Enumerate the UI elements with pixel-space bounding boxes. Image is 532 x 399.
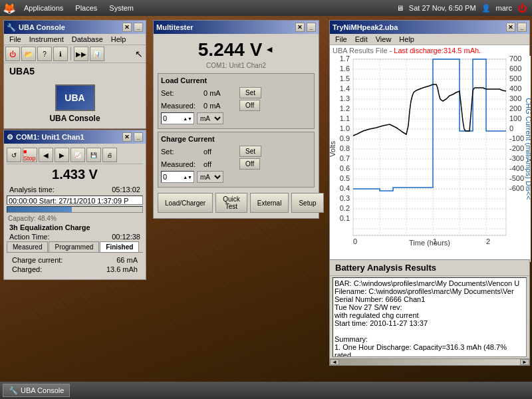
scroll-right-btn[interactable]: ► [520, 359, 529, 365]
instrument-menu[interactable]: Instrument [25, 35, 68, 44]
setup-btn[interactable]: Setup [291, 193, 323, 213]
svg-text:-400: -400 [509, 164, 524, 172]
svg-text:1: 1 [433, 237, 437, 245]
uba-console-titlebar: 🔧 UBA Console ✕ _ [4, 21, 146, 34]
charge-set-btn[interactable]: Set [239, 146, 261, 157]
charge-off-btn[interactable]: Off [239, 158, 260, 170]
step-back-btn[interactable]: ◀ [39, 148, 53, 162]
svg-text:700: 700 [509, 56, 521, 63]
uba-toolbar: ⏻ 📂 ? ℹ ▶▶ 📊 ↖ [4, 45, 146, 63]
graph-menubar: File Edit View Help [330, 34, 529, 45]
uba-id: UBA5 [9, 66, 35, 76]
clock: Sat 27 Nov, 6:50 PM [409, 4, 476, 12]
graph-toolbar-btn[interactable]: 📊 [90, 47, 104, 61]
toolbar-separator [70, 47, 71, 61]
minimize-button[interactable]: _ [134, 23, 143, 32]
scroll-left-btn[interactable]: ◄ [330, 359, 339, 365]
action-time-row: Action Time: 00:12:38 [7, 232, 143, 241]
charge-set-row: Set: off Set [161, 146, 311, 157]
com1-window: ⚙ COM1: Unit1 Chan1 ✕ _ ↺ ■ Stop ◀ ▶ 📈 💾… [3, 130, 146, 280]
stop-btn[interactable]: ■ Stop [23, 148, 37, 162]
svg-text:0.4: 0.4 [340, 184, 350, 192]
com1-minimize-btn[interactable]: _ [134, 132, 143, 142]
cursor-icon: ↖ [134, 47, 144, 61]
svg-text:0.3: 0.3 [340, 194, 350, 202]
graph-min-btn[interactable]: _ [517, 23, 527, 32]
svg-text:-200: -200 [509, 144, 524, 152]
graph-close-btn[interactable]: ✕ [506, 23, 515, 32]
graph-file-menu[interactable]: File [331, 35, 351, 44]
screen-icon: 🖥 [396, 4, 404, 12]
results-content: BAR: C:\windows\profiles\marc\My Documen… [332, 277, 527, 357]
graph-header: UBA Results File - Last discharge:314.5 … [330, 45, 529, 56]
com1-win-btns: ✕ _ [121, 132, 143, 142]
step-fwd-btn[interactable]: ▶ [55, 148, 69, 162]
com1-close-btn[interactable]: ✕ [122, 132, 132, 142]
graph-titlebar: TryNiMHpeak2.uba ✕ _ [330, 21, 529, 34]
external-btn[interactable]: External [250, 193, 289, 213]
help-menu[interactable]: Help [107, 35, 130, 44]
load-unit-select[interactable]: mA [197, 112, 223, 124]
charge-spinbox-arrows[interactable]: ▲▼ [183, 175, 192, 180]
com1-toolbar: ↺ ■ Stop ◀ ▶ 📈 💾 🖨 [7, 146, 143, 164]
print-btn[interactable]: 🖨 [102, 148, 117, 162]
power-icon[interactable]: ⏻ [517, 3, 527, 13]
battery-voltage: 1.433 V [7, 164, 143, 185]
power-toolbar-btn[interactable]: ⏻ [5, 47, 20, 61]
graph-win-btns: ✕ _ [505, 23, 527, 32]
load-charger-btn[interactable]: Load/Charger [158, 193, 213, 213]
play-toolbar-btn[interactable]: ▶▶ [74, 47, 88, 61]
graph-help-menu[interactable]: Help [395, 35, 418, 44]
graph-btn[interactable]: 📈 [70, 148, 85, 162]
svg-text:1.2: 1.2 [340, 104, 350, 112]
svg-text:500: 500 [509, 74, 521, 82]
file-menu[interactable]: File [5, 35, 25, 44]
multi-close-btn[interactable]: ✕ [295, 23, 305, 32]
multitester-content: 5.244 V ◄ COM1: Unit1 Chan2 Load Current… [154, 34, 319, 218]
uba-console-taskbar-btn[interactable]: 🔧 UBA Console [3, 384, 70, 397]
tab-finished[interactable]: Finished [100, 241, 139, 252]
export-btn[interactable]: 💾 [86, 148, 101, 162]
charge-set-value: off [203, 148, 237, 156]
multi-min-btn[interactable]: _ [307, 23, 316, 32]
load-measured-value: 0 mA [203, 102, 237, 110]
load-spinbox-row: 0 ▲▼ mA [161, 112, 311, 124]
scrollbar-track[interactable] [339, 359, 520, 365]
svg-text:300: 300 [509, 94, 521, 102]
taskbar-top: 🦊 Applications Places System 🖥 Sat 27 No… [0, 0, 532, 16]
system-menu[interactable]: System [104, 3, 139, 13]
applications-menu[interactable]: Applications [19, 3, 68, 13]
com1-content: ↺ ■ Stop ◀ ▶ 📈 💾 🖨 1.433 V Analysis time… [4, 144, 146, 279]
load-set-value: 0 mA [203, 89, 237, 97]
uba-console-window: 🔧 UBA Console ✕ _ File Instrument Databa… [3, 20, 146, 129]
uba-id-bar: UBA5 [4, 63, 146, 79]
taskbar-right: 🖥 Sat 27 Nov, 6:50 PM 👤 marc ⏻ [396, 3, 532, 13]
svg-text:1.5: 1.5 [340, 74, 350, 82]
uba-console-icon: 🔧 [7, 23, 16, 32]
load-current-box: Load Current Set: 0 mA Set Measured: 0 m… [158, 73, 315, 129]
refresh-btn[interactable]: ↺ [7, 148, 21, 162]
database-menu[interactable]: Database [68, 35, 107, 44]
quick-test-btn[interactable]: Quick Test [215, 193, 247, 213]
spinbox-arrows[interactable]: ▲▼ [183, 116, 192, 121]
charge-current-label: Charge current: [12, 256, 63, 264]
graph-header-static: UBA Results File - [332, 47, 394, 55]
graph-title: TryNiMHpeak2.uba [332, 23, 505, 31]
tab-programmed[interactable]: Programmed [49, 241, 99, 252]
info-toolbar-btn[interactable]: ℹ [53, 47, 68, 61]
graph-edit-menu[interactable]: Edit [351, 35, 372, 44]
help-toolbar-btn[interactable]: ? [37, 47, 52, 61]
load-spinbox[interactable]: 0 ▲▼ [161, 112, 194, 124]
places-menu[interactable]: Places [70, 3, 102, 13]
tab-measured[interactable]: Measured [7, 241, 48, 252]
graph-view-menu[interactable]: View [372, 35, 396, 44]
svg-text:-500: -500 [509, 174, 524, 182]
load-current-title: Load Current [161, 76, 311, 84]
charge-unit-select[interactable]: mA [197, 171, 223, 183]
close-button[interactable]: ✕ [122, 23, 132, 32]
load-off-btn[interactable]: Off [239, 100, 260, 111]
load-set-btn[interactable]: Set [239, 87, 261, 98]
open-toolbar-btn[interactable]: 📂 [21, 47, 36, 61]
taskbar-icon: 🔧 [9, 386, 18, 395]
charge-spinbox[interactable]: 0 ▲▼ [161, 171, 194, 183]
